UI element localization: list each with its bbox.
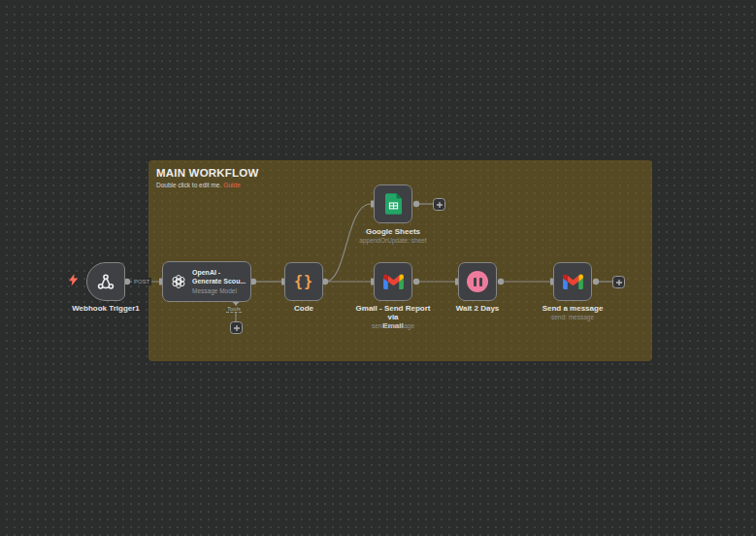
gmail-icon — [563, 274, 583, 289]
node-sublabel-gmail-report: send: message — [350, 322, 436, 329]
gmail-report-label-line1: Gmail - Send Report via — [350, 304, 436, 321]
add-node-after-send-button[interactable] — [612, 276, 625, 288]
openai-logo-icon — [170, 273, 187, 290]
openai-subtitle: Message Model — [192, 287, 246, 294]
openai-node-text: OpenAI - Generate Scou... Message Model — [192, 269, 246, 295]
plus-icon — [233, 324, 241, 332]
node-code[interactable]: {} — [284, 262, 323, 301]
node-gmail-send-message[interactable] — [553, 262, 592, 301]
output-connector-dot[interactable] — [413, 279, 419, 285]
add-node-after-sheets-button[interactable] — [433, 198, 445, 211]
node-gmail-send-report[interactable] — [374, 262, 412, 301]
edge-label-post: POST — [132, 278, 151, 285]
workflow-canvas[interactable]: MAIN WORKFLOW Double click to edit me.Gu… — [0, 0, 756, 536]
google-sheets-icon — [385, 193, 402, 215]
node-webhook-trigger[interactable] — [86, 262, 125, 301]
node-label-code: Code — [275, 304, 333, 313]
plus-icon — [436, 201, 444, 209]
node-label-wait: Wait 2 Days — [439, 304, 516, 313]
openai-title-line1: OpenAI - — [192, 269, 246, 278]
lightning-bolt-icon — [68, 274, 79, 286]
node-label-google-sheets: Google Sheets — [352, 227, 434, 236]
webhook-icon — [96, 272, 115, 291]
node-label-send-message: Send a message — [534, 304, 611, 313]
output-connector-dot[interactable] — [593, 279, 599, 285]
node-label-webhook: Webhook Trigger1 — [66, 304, 146, 313]
plus-icon — [615, 279, 623, 286]
node-google-sheets[interactable] — [374, 184, 412, 223]
pause-icon — [467, 271, 488, 292]
gmail-icon — [383, 274, 404, 289]
curly-braces-icon: {} — [294, 273, 313, 290]
openai-title-line2: Generate Scou... — [192, 278, 246, 286]
node-sublabel-google-sheets: appendOrUpdate: sheet — [352, 237, 434, 244]
output-connector-dot[interactable] — [413, 201, 419, 207]
tools-port-label: Tools — [226, 306, 242, 313]
output-connector-dot[interactable] — [498, 279, 504, 285]
node-openai-generate[interactable]: OpenAI - Generate Scou... Message Model — [162, 261, 251, 302]
node-sublabel-send-message: send: message — [534, 314, 611, 320]
add-tool-button[interactable] — [230, 321, 243, 334]
node-wait[interactable] — [458, 262, 497, 301]
